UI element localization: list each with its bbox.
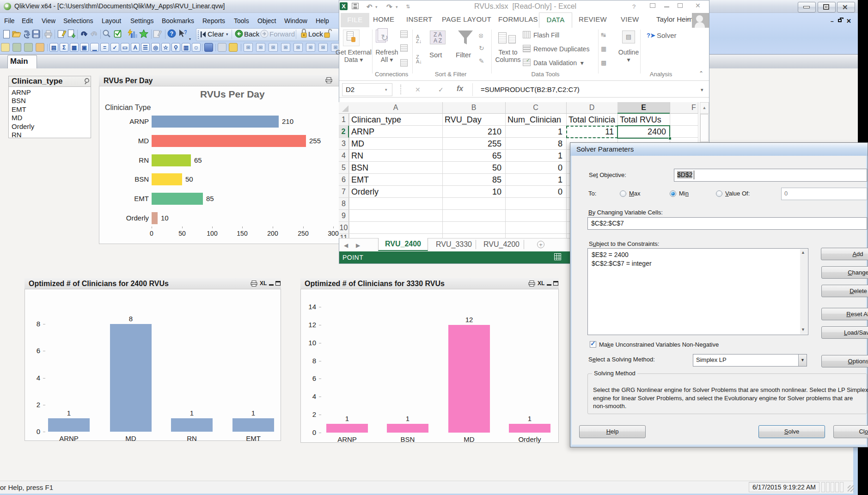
- svg-text:?: ?: [184, 29, 187, 36]
- svg-text:?: ?: [170, 31, 173, 37]
